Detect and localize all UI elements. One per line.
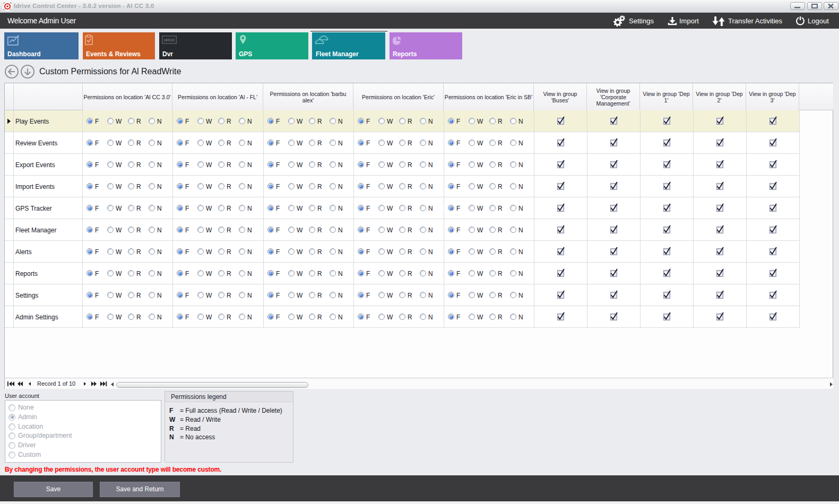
svg-text:MERGE: MERGE: [163, 38, 175, 42]
